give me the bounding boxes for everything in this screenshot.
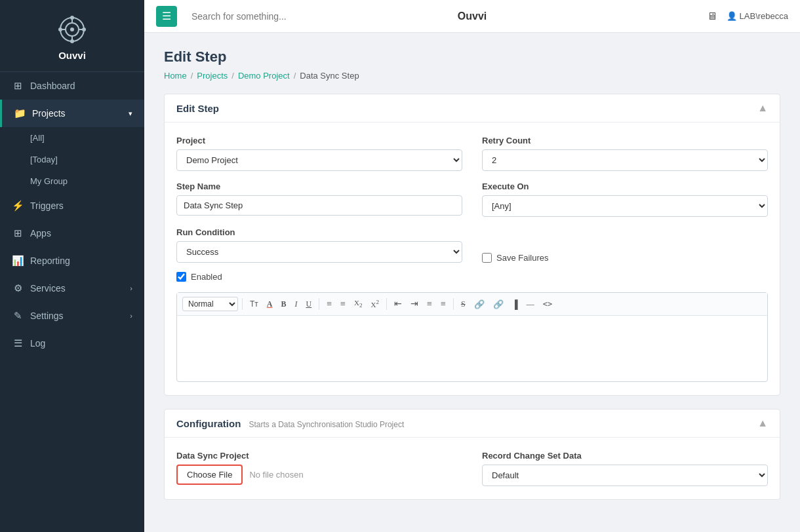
rte-highlight-btn[interactable]: ▐ bbox=[509, 298, 521, 311]
sidebar-logo: Ouvvi bbox=[0, 0, 144, 72]
sidebar-item-dashboard[interactable]: ⊞ Dashboard bbox=[0, 72, 144, 100]
breadcrumb-current: Data Sync Step bbox=[300, 71, 359, 81]
retry-count-group: Retry Count 0123 bbox=[482, 136, 768, 171]
log-icon: ☰ bbox=[12, 337, 24, 349]
svg-point-2 bbox=[70, 28, 74, 31]
execute-on-label: Execute On bbox=[482, 181, 768, 191]
rte-bold-btn[interactable]: B bbox=[278, 298, 290, 310]
rte-fontsize-btn[interactable]: Tт bbox=[247, 298, 262, 310]
settings-icon: ✎ bbox=[12, 310, 24, 322]
reporting-icon: 📊 bbox=[12, 255, 24, 267]
step-name-input[interactable] bbox=[176, 195, 462, 216]
choose-file-button[interactable]: Choose File bbox=[176, 465, 243, 485]
sidebar-item-label: Reporting bbox=[30, 256, 70, 266]
sidebar-item-log[interactable]: ☰ Log bbox=[0, 330, 144, 357]
breadcrumb-home[interactable]: Home bbox=[164, 71, 187, 81]
sidebar-sub-item-today[interactable]: [Today] bbox=[0, 149, 144, 170]
svg-point-10 bbox=[82, 28, 86, 31]
sidebar-item-settings[interactable]: ✎ Settings › bbox=[0, 302, 144, 330]
config-card-body: Data Sync Project Choose File No file ch… bbox=[165, 438, 780, 499]
step-name-label: Step Name bbox=[176, 181, 462, 191]
breadcrumb: Home / Projects / Demo Project / Data Sy… bbox=[164, 71, 780, 81]
rte-source-btn[interactable]: <> bbox=[540, 298, 555, 310]
config-collapse-button[interactable]: ▲ bbox=[757, 417, 768, 429]
chevron-right-icon2: › bbox=[130, 312, 132, 320]
config-header-text: Configuration bbox=[176, 418, 241, 429]
sidebar-sub-item-mygroup[interactable]: My Group bbox=[0, 170, 144, 192]
enabled-checkbox[interactable] bbox=[176, 272, 186, 282]
sidebar-item-label: Log bbox=[30, 338, 45, 349]
sidebar-item-label: Projects bbox=[32, 108, 66, 119]
step-name-group: Step Name bbox=[176, 181, 462, 217]
rte-body[interactable] bbox=[177, 316, 767, 381]
rte-italic-btn[interactable]: I bbox=[292, 298, 301, 310]
hamburger-button[interactable]: ☰ bbox=[156, 6, 177, 27]
rte-hr-btn[interactable]: — bbox=[523, 298, 538, 310]
rte-ul-btn[interactable]: ≡ bbox=[337, 297, 349, 311]
breadcrumb-sep1: / bbox=[191, 71, 193, 81]
edit-step-card-body: Project Demo Project Retry Count 0123 bbox=[165, 123, 780, 395]
rte-outdent-btn[interactable]: ⇤ bbox=[391, 297, 405, 311]
rte-sub-btn[interactable]: X2 bbox=[351, 297, 366, 311]
rte-alignright-btn[interactable]: ≡ bbox=[437, 297, 449, 311]
services-icon: ⚙ bbox=[12, 282, 24, 294]
apps-icon: ⊞ bbox=[12, 227, 24, 239]
edit-step-title: Edit Step bbox=[176, 103, 219, 114]
enabled-row: Enabled bbox=[176, 272, 768, 282]
retry-count-select[interactable]: 0123 bbox=[482, 149, 768, 171]
rte-indent-btn[interactable]: ⇥ bbox=[407, 297, 422, 311]
svg-point-9 bbox=[58, 28, 62, 31]
sidebar-item-apps[interactable]: ⊞ Apps bbox=[0, 219, 144, 247]
sidebar-sub-item-all[interactable]: [All] bbox=[0, 127, 144, 149]
project-group: Project Demo Project bbox=[176, 136, 462, 171]
main-content: ☰ Ouvvi 🖥 👤 LAB\rebecca Edit Step Home /… bbox=[144, 0, 800, 532]
rte-strikethrough-btn[interactable]: S bbox=[458, 298, 469, 310]
breadcrumb-sep3: / bbox=[294, 71, 296, 81]
rte-fontcolor-btn[interactable]: A bbox=[264, 298, 276, 310]
config-card-header: Configuration Starts a Data Synchronisat… bbox=[165, 409, 780, 438]
topbar-right: 🖥 👤 LAB\rebecca bbox=[707, 10, 788, 22]
svg-point-8 bbox=[70, 39, 74, 43]
user-label: 👤 LAB\rebecca bbox=[727, 11, 788, 21]
sidebar-item-label: Services bbox=[30, 283, 66, 294]
sidebar-item-label: Dashboard bbox=[30, 81, 75, 91]
execute-on-select[interactable]: [Any] bbox=[482, 195, 768, 217]
rte-underline-btn[interactable]: U bbox=[303, 298, 315, 310]
app-logo-icon bbox=[56, 13, 89, 46]
project-label: Project bbox=[176, 136, 462, 145]
rte-ol-btn[interactable]: ≡ bbox=[323, 297, 335, 311]
rte-style-select[interactable]: Normal Heading 1 Heading 2 Heading 3 bbox=[182, 297, 238, 311]
breadcrumb-projects[interactable]: Projects bbox=[197, 71, 228, 81]
rte-link-btn[interactable]: 🔗 bbox=[471, 298, 488, 311]
breadcrumb-demo-project[interactable]: Demo Project bbox=[238, 71, 290, 81]
chevron-down-icon: ▾ bbox=[129, 109, 132, 118]
collapse-button[interactable]: ▲ bbox=[757, 102, 768, 114]
topbar: ☰ Ouvvi 🖥 👤 LAB\rebecca bbox=[144, 0, 800, 33]
record-change-set-group: Record Change Set Data Default Yes No bbox=[482, 451, 768, 486]
config-title: Configuration Starts a Data Synchronisat… bbox=[176, 418, 404, 429]
save-failures-checkbox[interactable] bbox=[482, 253, 492, 263]
rich-text-editor: Normal Heading 1 Heading 2 Heading 3 Tт … bbox=[176, 292, 768, 382]
save-failures-group: Save Failures bbox=[482, 227, 768, 263]
chevron-right-icon: › bbox=[130, 284, 132, 292]
rte-unlink-btn[interactable]: 🔗 bbox=[490, 298, 507, 311]
project-select[interactable]: Demo Project bbox=[176, 149, 462, 171]
sidebar-item-projects[interactable]: 📁 Projects ▾ bbox=[0, 100, 144, 127]
breadcrumb-sep2: / bbox=[231, 71, 234, 81]
sidebar-item-label: Settings bbox=[30, 311, 64, 321]
run-condition-select[interactable]: SuccessFailureAlways bbox=[176, 241, 462, 263]
triggers-icon: ⚡ bbox=[12, 200, 24, 212]
config-subtitle: Starts a Data Synchronisation Studio Pro… bbox=[249, 420, 405, 429]
rte-alignleft-btn[interactable]: ≡ bbox=[424, 297, 435, 311]
rte-sep4 bbox=[453, 298, 454, 310]
projects-icon: 📁 bbox=[14, 107, 26, 119]
sidebar-item-services[interactable]: ⚙ Services › bbox=[0, 275, 144, 302]
sidebar-item-reporting[interactable]: 📊 Reporting bbox=[0, 247, 144, 275]
sidebar-item-triggers[interactable]: ⚡ Triggers bbox=[0, 192, 144, 219]
rte-sup-btn[interactable]: X2 bbox=[368, 297, 383, 311]
search-input[interactable] bbox=[185, 7, 699, 26]
record-change-set-select[interactable]: Default Yes No bbox=[482, 465, 768, 486]
sidebar-app-name: Ouvvi bbox=[58, 50, 86, 61]
dashboard-icon: ⊞ bbox=[12, 80, 24, 92]
notifications-button[interactable]: 🖥 bbox=[707, 10, 717, 22]
